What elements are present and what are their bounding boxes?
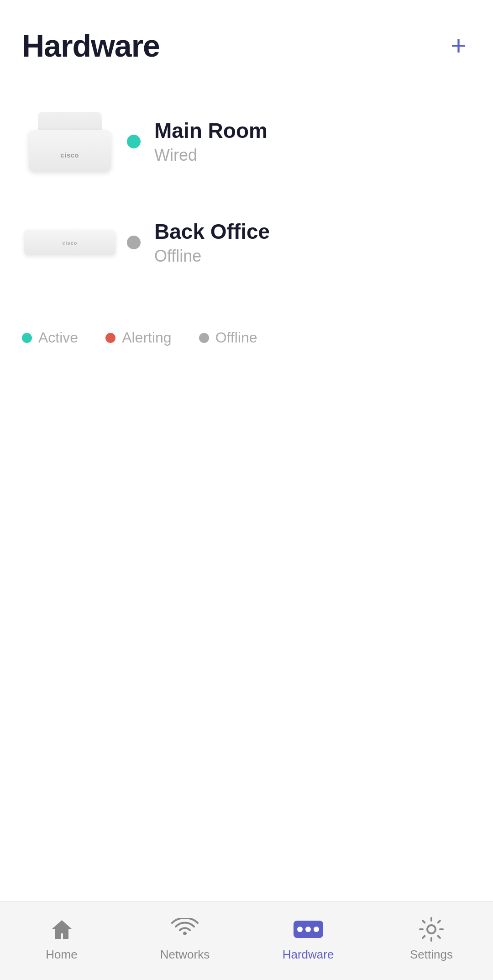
device-image-main-room: cisco bbox=[22, 105, 118, 178]
device-list: cisco Main Room Wired cisco Back bbox=[22, 91, 471, 293]
legend-alerting: Alerting bbox=[105, 329, 172, 346]
status-dot-back-office bbox=[127, 236, 141, 249]
page-title: Hardware bbox=[22, 28, 160, 63]
device-image-back-office: cisco bbox=[22, 206, 118, 279]
legend-label-offline: Offline bbox=[215, 329, 257, 346]
nav-item-settings[interactable]: Settings bbox=[370, 916, 493, 962]
status-dot-main-room bbox=[127, 135, 141, 148]
nav-label-hardware: Hardware bbox=[283, 948, 334, 962]
device-connection-main-room: Wired bbox=[154, 146, 267, 165]
hardware-icon bbox=[292, 916, 324, 943]
device-item-main-room[interactable]: cisco Main Room Wired bbox=[22, 91, 471, 192]
status-legend: Active Alerting Offline bbox=[22, 320, 471, 355]
home-icon bbox=[46, 916, 78, 943]
device-name-back-office: Back Office bbox=[154, 219, 270, 244]
cisco-logo-back: cisco bbox=[62, 240, 77, 245]
svg-point-0 bbox=[427, 925, 435, 933]
nav-label-home: Home bbox=[46, 948, 77, 962]
legend-dot-alerting bbox=[105, 333, 115, 343]
page-header: Hardware + bbox=[22, 27, 471, 64]
hardware-icon-dot3 bbox=[314, 927, 319, 932]
device-item-back-office[interactable]: cisco Back Office Offline bbox=[22, 192, 471, 293]
device-name-main-room: Main Room bbox=[154, 118, 267, 143]
nav-label-networks: Networks bbox=[160, 948, 210, 962]
device-connection-back-office: Offline bbox=[154, 247, 270, 266]
hardware-icon-dot1 bbox=[297, 927, 303, 932]
wifi-icon bbox=[169, 916, 201, 943]
legend-dot-active bbox=[22, 333, 32, 343]
nav-item-hardware[interactable]: Hardware bbox=[246, 916, 370, 962]
cisco-logo-main: cisco bbox=[61, 152, 79, 159]
legend-label-active: Active bbox=[38, 329, 78, 346]
bottom-navigation: Home Networks Hardware bbox=[0, 901, 493, 980]
legend-label-alerting: Alerting bbox=[122, 329, 172, 346]
nav-item-home[interactable]: Home bbox=[0, 916, 123, 962]
device-info-main-room: Main Room Wired bbox=[154, 118, 267, 165]
device-info-back-office: Back Office Offline bbox=[154, 219, 270, 266]
nav-label-settings: Settings bbox=[410, 948, 453, 962]
add-hardware-button[interactable]: + bbox=[446, 27, 471, 64]
legend-dot-offline bbox=[199, 333, 209, 343]
nav-item-networks[interactable]: Networks bbox=[123, 916, 246, 962]
gear-icon bbox=[415, 916, 447, 943]
legend-offline: Offline bbox=[199, 329, 257, 346]
hardware-icon-dot2 bbox=[305, 927, 311, 932]
legend-active: Active bbox=[22, 329, 78, 346]
